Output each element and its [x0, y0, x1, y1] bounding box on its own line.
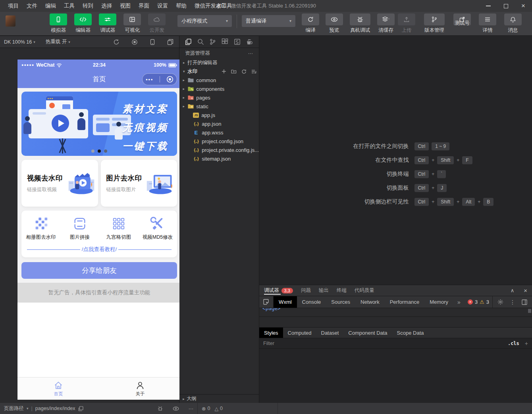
tree-file-app-wxss[interactable]: Ǝ app.wxss [179, 128, 259, 137]
dock-side-icon[interactable] [522, 299, 527, 305]
console-error-count[interactable]: × 3 ⚠ 3 [465, 296, 492, 308]
preview-eye-icon[interactable] [173, 406, 179, 411]
problems-status-section[interactable]: ⊗ 0 △ 0 [198, 403, 278, 414]
tab-debugger[interactable]: 调试器 3,3 [264, 285, 293, 296]
tab-styles[interactable]: Styles [259, 328, 283, 338]
kebab-menu-icon[interactable]: ⋮ [510, 299, 515, 305]
cloud-dev-button[interactable]: 云开发 [146, 13, 167, 34]
menu-project[interactable]: 项目 [5, 1, 22, 11]
carousel-banner[interactable]: 素材文案 无痕视频 一键下载 [21, 92, 177, 156]
devtools-tab-network[interactable]: Network [355, 296, 385, 308]
collapse-panel-icon[interactable]: ∧ [511, 288, 515, 293]
scrollbar-thumb[interactable] [528, 309, 531, 313]
add-style-icon[interactable]: + [525, 340, 528, 347]
gear-icon[interactable] [497, 299, 503, 305]
new-folder-icon[interactable] [231, 69, 237, 74]
source-control-icon[interactable] [209, 38, 216, 45]
close-panel-icon[interactable]: × [524, 287, 527, 294]
search-icon[interactable] [197, 38, 204, 45]
tab-dataset[interactable]: Dataset [316, 328, 344, 338]
inspect-element-button[interactable] [259, 296, 274, 308]
menu-devtools[interactable]: 微信开发者工具 [191, 1, 235, 11]
compile-button[interactable]: 编译 [300, 13, 321, 34]
wxml-tree-view[interactable]: <page> [259, 308, 532, 317]
wxml-node[interactable]: <page> [262, 308, 280, 311]
tree-folder-pages[interactable]: ▸ pages [179, 93, 259, 102]
device-frame-icon[interactable] [150, 39, 155, 45]
tea-icon[interactable] [246, 39, 253, 45]
hot-reload-toggle[interactable]: 热重载 开 ▾ [46, 38, 70, 45]
refresh-tree-icon[interactable] [241, 69, 247, 74]
upload-button[interactable]: 上传 [396, 13, 417, 34]
simulator-toggle-button[interactable]: 模拟器 [48, 13, 69, 34]
tab-problems[interactable]: 问题 [301, 285, 311, 296]
nine-grid-tool[interactable]: 九宫格切图 [99, 216, 138, 241]
tab-scope-data[interactable]: Scope Data [392, 328, 429, 338]
menu-interface[interactable]: 界面 [135, 1, 152, 11]
video-md5-tool[interactable]: 视频MD5修改 [138, 216, 177, 241]
page-path-label[interactable]: 页面路径 [4, 405, 24, 412]
project-section[interactable]: ▾ 水印 [179, 67, 259, 76]
preview-button[interactable]: 预览 [324, 13, 345, 34]
menu-file[interactable]: 文件 [23, 1, 40, 11]
tree-folder-components[interactable]: ▸ components [179, 84, 259, 93]
visual-toggle-button[interactable]: 可视化 [122, 13, 143, 34]
outline-section[interactable]: ▸ 大纲 [179, 394, 259, 403]
menu-view[interactable]: 视图 [117, 1, 134, 11]
npm-icon[interactable] [234, 38, 241, 45]
devtools-tab-wxml[interactable]: Wxml [274, 296, 297, 308]
devtools-tab-console[interactable]: Console [297, 296, 326, 308]
tree-file-project-private-config[interactable]: {..} project.private.config.js... [179, 146, 259, 154]
clear-cache-button[interactable]: 清缓存 [376, 13, 396, 34]
files-icon[interactable] [185, 38, 192, 45]
more-tabs-icon[interactable]: » [453, 296, 465, 308]
capsule-menu[interactable]: ●●● [142, 73, 177, 85]
debugger-toggle-button[interactable]: 调试器 [97, 13, 118, 34]
devtools-tab-sources[interactable]: Sources [326, 296, 355, 308]
devtools-tab-performance[interactable]: Performance [385, 296, 424, 308]
record-icon[interactable] [131, 39, 138, 45]
maximize-button[interactable] [497, 0, 515, 12]
more-actions-icon[interactable]: ⋯ [248, 50, 254, 56]
rotate-icon[interactable] [113, 39, 120, 45]
user-avatar[interactable] [6, 15, 15, 27]
tree-file-app-json[interactable]: {..} app.json [179, 119, 259, 128]
tutorial-link[interactable]: /点我查看教程/ [27, 246, 172, 253]
share-button[interactable]: 分享给朋友 [21, 262, 177, 279]
test-account-button[interactable]: 测试号 [452, 13, 472, 34]
tree-file-sitemap[interactable]: {..} sitemap.json [179, 154, 259, 163]
details-button[interactable]: 详情 [477, 13, 498, 34]
compile-mode-select[interactable]: 普通编译 ▾ [242, 15, 295, 27]
menu-settings[interactable]: 设置 [154, 1, 171, 11]
page-path-value[interactable]: pages/index/index [35, 406, 75, 411]
tab-computed[interactable]: Computed [283, 328, 316, 338]
tree-folder-common[interactable]: ▸ common [179, 76, 259, 84]
device-select[interactable]: DK 100% 16 ▾ [4, 39, 35, 45]
device-debug-button[interactable]: 真机调试 [348, 13, 372, 34]
extensions-icon[interactable] [222, 38, 228, 45]
tab-about[interactable]: 关于 [99, 378, 181, 400]
tab-home[interactable]: 首页 [17, 378, 99, 400]
image-watermark-card[interactable]: 图片去水印 链接提取图片 [101, 160, 177, 207]
more-status-icon[interactable]: ⋯ [189, 406, 194, 412]
image-stitch-tool[interactable]: 图片拼接 [60, 216, 99, 241]
copy-icon[interactable] [78, 406, 83, 411]
album-watermark-tool[interactable]: 相册图去水印 [21, 216, 60, 241]
menu-goto[interactable]: 转到 [79, 1, 96, 11]
menu-edit[interactable]: 编辑 [42, 1, 59, 11]
minimize-button[interactable] [480, 0, 497, 12]
editor-toggle-button[interactable]: 编辑器 [73, 13, 93, 34]
multi-window-icon[interactable] [167, 39, 173, 45]
tree-folder-static[interactable]: ▸ static [179, 102, 259, 111]
menu-tools[interactable]: 工具 [61, 1, 78, 11]
devtools-tab-memory[interactable]: Memory [424, 296, 453, 308]
vconsole-bug-icon[interactable] [157, 406, 163, 411]
tree-file-project-config[interactable]: {..} project.config.json [179, 137, 259, 146]
menu-help[interactable]: 帮助 [173, 1, 190, 11]
new-file-icon[interactable] [222, 69, 226, 74]
collapse-all-icon[interactable] [251, 69, 256, 74]
video-watermark-card[interactable]: 视频去水印 链接提取视频 [21, 160, 98, 207]
tab-terminal[interactable]: 终端 [337, 285, 347, 296]
tree-file-app-js[interactable]: JS app.js [179, 111, 259, 119]
close-button[interactable]: × [515, 0, 532, 12]
